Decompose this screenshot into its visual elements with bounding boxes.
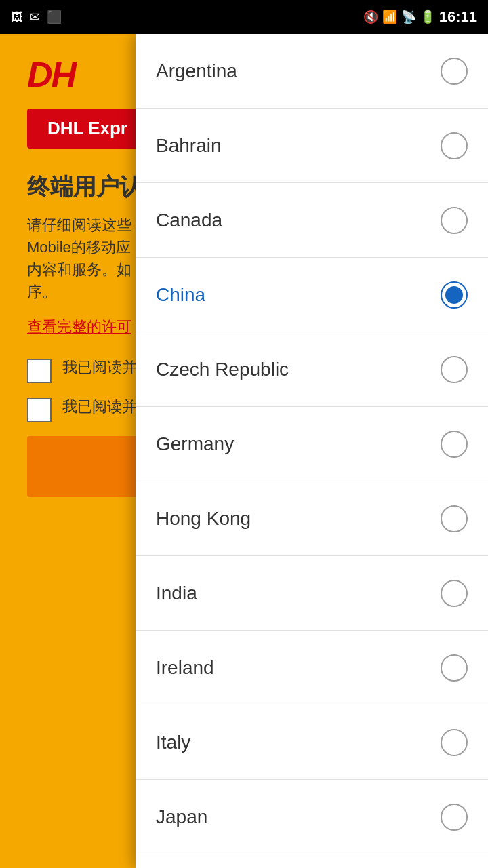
country-item[interactable]: Canada <box>136 183 488 258</box>
checkbox-1-label: 我已阅读并 <box>62 357 137 378</box>
dhl-logo-text: DH <box>27 54 136 95</box>
country-name: Bahrain <box>156 135 222 157</box>
radio-button[interactable] <box>441 58 468 85</box>
country-item[interactable]: Kenya <box>136 854 488 868</box>
clock: 16:11 <box>439 8 477 26</box>
radio-button[interactable] <box>441 804 468 831</box>
dhl-logo: DH <box>27 54 136 95</box>
country-name: India <box>156 583 197 604</box>
country-item[interactable]: Czech Republic <box>136 332 488 407</box>
battery-icon: 🔋 <box>420 9 435 24</box>
radio-button[interactable] <box>441 207 468 234</box>
country-item[interactable]: Argentina <box>136 34 488 108</box>
country-item[interactable]: Japan <box>136 780 488 854</box>
country-name: Argentina <box>156 60 237 82</box>
radio-button[interactable] <box>441 281 468 309</box>
radio-button[interactable] <box>441 356 468 383</box>
email-icon: ✉ <box>30 9 40 24</box>
country-item[interactable]: Ireland <box>136 631 488 705</box>
checkbox-2[interactable] <box>27 398 52 422</box>
country-dropdown: ArgentinaBahrainCanadaChinaCzech Republi… <box>136 34 488 868</box>
image-icon: 🖼 <box>11 10 23 24</box>
country-item[interactable]: Italy <box>136 705 488 780</box>
country-name: China <box>156 284 205 306</box>
checkbox-2-label: 我已阅读并 <box>62 397 137 417</box>
radio-button[interactable] <box>441 729 468 756</box>
radio-button[interactable] <box>441 505 468 532</box>
status-bar: 🖼 ✉ ⬛ 🔇 📶 📡 🔋 16:11 <box>0 0 488 34</box>
country-list[interactable]: ArgentinaBahrainCanadaChinaCzech Republi… <box>136 34 488 868</box>
signal-icon: 📡 <box>401 9 416 24</box>
country-name: Czech Republic <box>156 359 289 380</box>
mute-icon: 🔇 <box>363 9 378 24</box>
radio-button[interactable] <box>441 580 468 607</box>
notification-icon: ⬛ <box>47 9 62 24</box>
status-left-icons: 🖼 ✉ ⬛ <box>11 9 62 24</box>
country-item[interactable]: India <box>136 556 488 631</box>
country-name: Japan <box>156 806 207 828</box>
country-name: Hong Kong <box>156 508 251 530</box>
radio-button[interactable] <box>441 431 468 458</box>
country-name: Italy <box>156 732 190 753</box>
radio-button[interactable] <box>441 654 468 682</box>
radio-inner <box>445 286 463 304</box>
country-name: Germany <box>156 433 234 455</box>
status-right-icons: 🔇 📶 📡 🔋 16:11 <box>363 8 477 26</box>
radio-button[interactable] <box>441 132 468 159</box>
country-item[interactable]: Hong Kong <box>136 481 488 556</box>
country-item[interactable]: China <box>136 258 488 332</box>
country-name: Ireland <box>156 657 214 679</box>
country-name: Canada <box>156 210 222 231</box>
wifi-icon: 📶 <box>382 9 397 24</box>
country-item[interactable]: Germany <box>136 407 488 481</box>
country-item[interactable]: Bahrain <box>136 108 488 183</box>
checkbox-1[interactable] <box>27 359 52 383</box>
